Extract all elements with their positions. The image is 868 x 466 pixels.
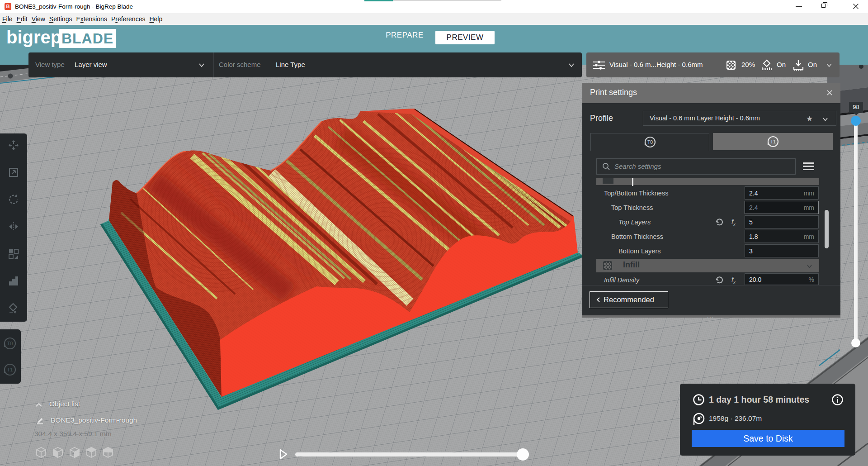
svg-text:T0: T0 [647, 140, 652, 145]
svg-text:T0: T0 [7, 341, 13, 346]
svg-text:T1: T1 [7, 367, 13, 372]
svg-text:T1: T1 [770, 139, 775, 144]
